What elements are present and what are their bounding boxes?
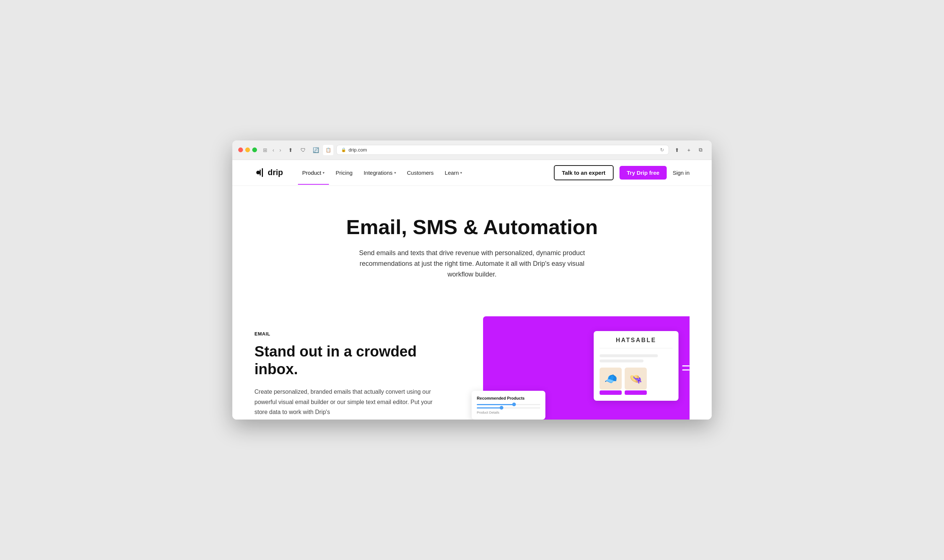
hero-title: Email, SMS & Automation <box>254 215 690 239</box>
nav-item-integrations[interactable]: Integrations ▾ <box>359 167 400 179</box>
feature-description: Create personalized, branded emails that… <box>254 387 442 417</box>
url-text: drip.com <box>348 147 367 152</box>
extension-icon-2[interactable]: 🛡 <box>298 145 308 155</box>
line-2 <box>600 360 644 362</box>
nav-item-customers[interactable]: Customers <box>403 167 439 179</box>
scrollbar-dash-1 <box>682 365 690 366</box>
new-tab-icon[interactable]: + <box>684 145 694 155</box>
nav-links: Product ▾ Pricing Integrations ▾ Custome… <box>298 167 554 179</box>
share-icon[interactable]: ⬆ <box>672 145 682 155</box>
tab-favicon: 📋 <box>323 145 333 155</box>
traffic-lights <box>238 148 257 152</box>
slider-dot-1 <box>512 403 516 406</box>
feature-label: Email <box>254 331 442 337</box>
forward-button[interactable]: › <box>278 146 283 154</box>
lock-icon: 🔒 <box>341 148 346 152</box>
extension-icon-1[interactable]: ⬆ <box>285 145 296 155</box>
feature-visual: Recommended Products Product Details <box>464 316 690 420</box>
nav-item-pricing[interactable]: Pricing <box>331 167 357 179</box>
slider-1 <box>477 404 540 405</box>
browser-nav-icons: ⊞ ‹ › <box>262 146 282 154</box>
sign-in-button[interactable]: Sign in <box>673 169 690 176</box>
product-chevron-icon: ▾ <box>323 171 325 175</box>
feature-text: Email Stand out in a crowded inbox. Crea… <box>254 316 442 417</box>
browser-chrome: ⊞ ‹ › ⬆ 🛡 🔄 📋 🔒 drip.com ↻ ⬆ + ⧉ <box>232 140 712 160</box>
hat-product-2: 👒 <box>625 368 647 390</box>
logo-icon <box>254 167 266 178</box>
hatsable-logo: HATSABLE <box>600 337 673 348</box>
feature-section: Email Stand out in a crowded inbox. Crea… <box>232 302 712 420</box>
browser-actions: ⬆ + ⧉ <box>672 145 706 155</box>
logo-text: drip <box>268 168 283 177</box>
mockup-container: Recommended Products Product Details <box>464 316 690 420</box>
website-content: drip Product ▾ Pricing Integrations ▾ Cu… <box>232 160 712 420</box>
logo[interactable]: drip <box>254 167 283 178</box>
email-card-mockup: Recommended Products Product Details <box>472 391 545 420</box>
minimize-button[interactable] <box>245 148 250 152</box>
scrollbar-dash-2 <box>682 369 690 371</box>
email-card-title: Recommended Products <box>477 396 540 400</box>
slider-fill-2 <box>477 408 502 408</box>
learn-chevron-icon: ▾ <box>460 171 462 175</box>
extension-icons: ⬆ 🛡 🔄 📋 <box>285 145 333 155</box>
hatsable-products: 🧢 👒 <box>600 368 673 395</box>
hat-buy-btn-1 <box>600 391 622 395</box>
slider-2 <box>477 408 540 408</box>
tabs-overview-icon[interactable]: ⧉ <box>696 145 706 155</box>
back-button[interactable]: ‹ <box>271 146 276 154</box>
slider-fill-1 <box>477 404 515 405</box>
hatsable-card-mockup: HATSABLE 🧢 <box>594 331 679 401</box>
browser-window: ⊞ ‹ › ⬆ 🛡 🔄 📋 🔒 drip.com ↻ ⬆ + ⧉ <box>232 140 712 420</box>
hat-product-1: 🧢 <box>600 368 622 390</box>
browser-toolbar: ⊞ ‹ › ⬆ 🛡 🔄 📋 🔒 drip.com ↻ ⬆ + ⧉ <box>262 145 706 155</box>
svg-rect-1 <box>260 169 261 175</box>
try-drip-free-button[interactable]: Try Drip free <box>619 166 667 180</box>
nav-actions: Talk to an expert Try Drip free Sign in <box>554 165 690 180</box>
hat-emoji-2: 👒 <box>630 373 642 385</box>
hat-emoji-1: 🧢 <box>604 373 617 385</box>
hatsable-content-lines <box>600 354 673 362</box>
nav-item-product[interactable]: Product ▾ <box>298 167 329 179</box>
maximize-button[interactable] <box>252 148 257 152</box>
nav-item-learn[interactable]: Learn ▾ <box>440 167 467 179</box>
navbar: drip Product ▾ Pricing Integrations ▾ Cu… <box>232 160 712 186</box>
integrations-chevron-icon: ▾ <box>394 171 396 175</box>
extension-icon-3[interactable]: 🔄 <box>311 145 321 155</box>
talk-to-expert-button[interactable]: Talk to an expert <box>554 165 614 180</box>
svg-rect-2 <box>262 168 263 177</box>
address-bar[interactable]: 🔒 drip.com ↻ <box>336 145 669 155</box>
scrollbar-indicator <box>682 365 690 371</box>
svg-point-0 <box>256 171 260 174</box>
hero-section: Email, SMS & Automation Send emails and … <box>232 186 712 302</box>
sidebar-toggle-button[interactable]: ⊞ <box>262 146 269 154</box>
feature-title: Stand out in a crowded inbox. <box>254 343 442 378</box>
hat-buy-btn-2 <box>625 391 647 395</box>
close-button[interactable] <box>238 148 243 152</box>
line-1 <box>600 354 658 357</box>
product-details-label: Product Details <box>477 411 540 414</box>
hero-subtitle: Send emails and texts that drive revenue… <box>346 248 598 280</box>
slider-dot-2 <box>500 406 504 409</box>
refresh-icon[interactable]: ↻ <box>660 147 664 152</box>
